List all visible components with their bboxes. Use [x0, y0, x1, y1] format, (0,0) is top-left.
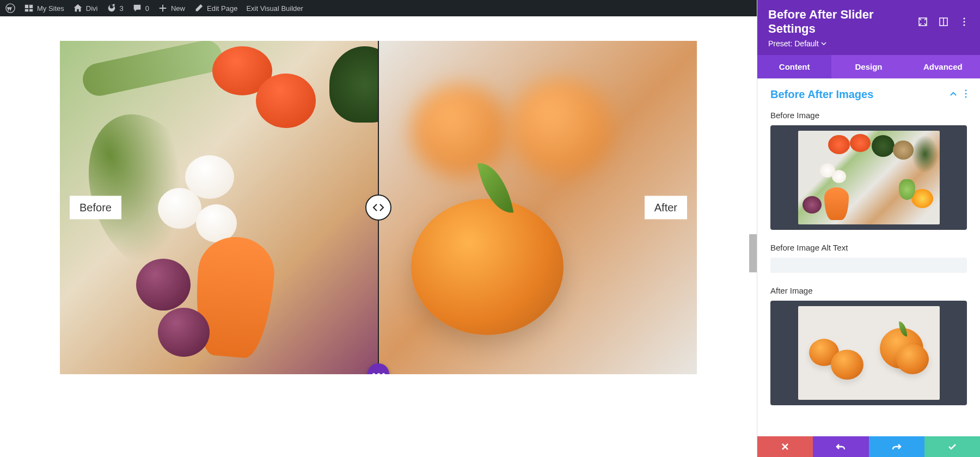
site-name-label: Divi — [86, 4, 98, 13]
my-sites-link[interactable]: My Sites — [24, 3, 64, 13]
new-label: New — [171, 4, 185, 13]
new-link[interactable]: New — [158, 3, 185, 13]
comments-count: 0 — [145, 4, 149, 13]
exit-visual-builder-label: Exit Visual Builder — [246, 4, 303, 13]
plus-icon — [158, 3, 168, 13]
wp-logo[interactable] — [5, 3, 15, 13]
exit-visual-builder-link[interactable]: Exit Visual Builder — [246, 4, 303, 13]
wordpress-icon — [5, 3, 15, 13]
edit-page-label: Edit Page — [207, 4, 237, 13]
comments-link[interactable]: 0 — [132, 3, 149, 13]
panel-header: Before After Slider Settings Preset: Def… — [757, 0, 980, 16]
comments-icon — [132, 3, 142, 13]
my-sites-label: My Sites — [37, 4, 64, 13]
updates-count: 3 — [120, 4, 124, 13]
updates-link[interactable]: 3 — [107, 3, 124, 13]
settings-panel: Before After Slider Settings Preset: Def… — [757, 0, 980, 16]
edit-page-link[interactable]: Edit Page — [194, 3, 237, 13]
site-name-link[interactable]: Divi — [73, 3, 98, 13]
updates-icon — [107, 3, 117, 13]
pencil-icon — [194, 3, 204, 13]
home-icon — [73, 3, 83, 13]
sites-icon — [24, 3, 34, 13]
panel-title: Before After Slider Settings — [768, 8, 918, 16]
